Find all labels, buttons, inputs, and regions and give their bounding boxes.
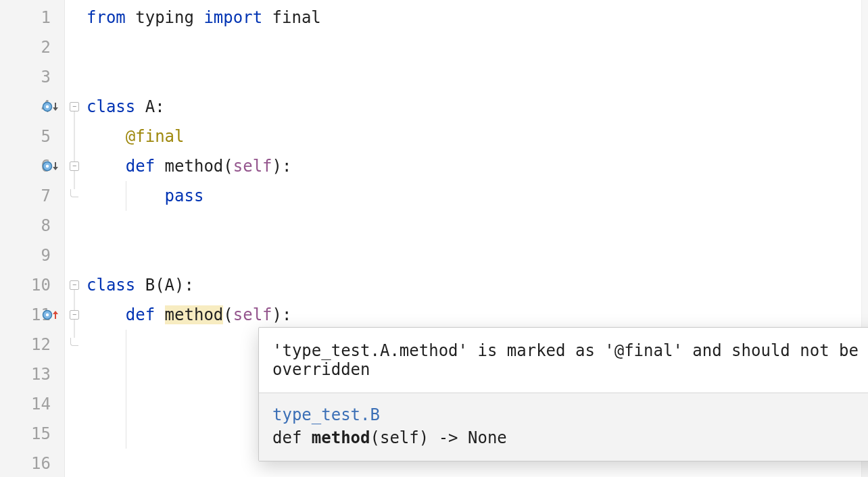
code-line[interactable]: pass bbox=[84, 181, 868, 211]
keyword-class: class bbox=[87, 276, 135, 295]
signature-def: def bbox=[272, 428, 312, 447]
code-line[interactable]: class A: bbox=[84, 92, 868, 122]
gutter-row: 9 bbox=[0, 241, 64, 270]
line-number: 5 bbox=[29, 127, 59, 146]
inspection-message: 'type_test.A.method' is marked as '@fina… bbox=[272, 341, 859, 379]
keyword-class: class bbox=[87, 97, 135, 116]
qualified-name-link[interactable]: type_test.B bbox=[272, 405, 380, 424]
line-number: 3 bbox=[29, 68, 59, 86]
gutter-row: 10 bbox=[0, 270, 64, 300]
line-number: 12 bbox=[29, 335, 59, 354]
function-name: method bbox=[165, 157, 224, 176]
gutter: 1 2 3 4 5 6 7 8 9 10 11 12 13 14 15 bbox=[0, 0, 65, 477]
line-number: 15 bbox=[29, 424, 59, 443]
param-self: self bbox=[233, 305, 272, 324]
line-number: 10 bbox=[29, 276, 59, 295]
code-line[interactable] bbox=[84, 32, 868, 62]
module-name: typing bbox=[135, 8, 194, 27]
keyword-def: def bbox=[126, 157, 155, 176]
line-number: 1 bbox=[29, 8, 59, 27]
keyword-import: import bbox=[203, 8, 262, 27]
fold-toggle-icon[interactable]: − bbox=[70, 310, 79, 320]
line-number: 14 bbox=[29, 395, 59, 413]
line-number: 16 bbox=[29, 454, 59, 473]
gutter-row: 3 bbox=[0, 62, 64, 92]
line-number: 13 bbox=[29, 365, 59, 384]
inherit-down-icon[interactable] bbox=[41, 159, 60, 174]
code-line[interactable]: def method(self): bbox=[84, 151, 868, 181]
gutter-row: 2 bbox=[0, 32, 64, 62]
function-name-warning[interactable]: method bbox=[165, 305, 224, 324]
documentation-row: type_test.B def method(self) -> None bbox=[259, 393, 868, 461]
code-line[interactable]: @final bbox=[84, 122, 868, 151]
line-number: 2 bbox=[29, 38, 59, 57]
override-up-icon[interactable] bbox=[41, 307, 60, 322]
fold-toggle-icon[interactable]: − bbox=[70, 161, 79, 171]
gutter-row: 8 bbox=[0, 211, 64, 241]
colon: : bbox=[155, 97, 164, 116]
fold-toggle-icon[interactable]: − bbox=[70, 102, 79, 111]
gutter-row: 16 bbox=[0, 449, 64, 477]
code-line[interactable] bbox=[84, 62, 868, 92]
imported-name: final bbox=[272, 8, 321, 27]
decorator: @final bbox=[126, 127, 185, 146]
gutter-row: 1 bbox=[0, 3, 64, 32]
gutter-row: 6 bbox=[0, 151, 64, 181]
fold-end-icon bbox=[70, 338, 78, 346]
code-line[interactable] bbox=[84, 241, 868, 270]
keyword-def: def bbox=[126, 305, 155, 324]
keyword-from: from bbox=[87, 8, 126, 27]
keyword-pass: pass bbox=[165, 186, 204, 205]
line-number: 9 bbox=[29, 246, 59, 265]
gutter-row: 12 bbox=[0, 330, 64, 359]
param-self: self bbox=[233, 157, 272, 176]
code-line[interactable]: from typing import final bbox=[84, 3, 868, 32]
base-class: A bbox=[165, 276, 174, 295]
class-name: A bbox=[145, 97, 155, 116]
code-area[interactable]: from typing import final class A: @final… bbox=[84, 0, 868, 477]
fold-toggle-icon[interactable]: − bbox=[70, 280, 79, 290]
gutter-row: 4 bbox=[0, 92, 64, 122]
gutter-row: 5 bbox=[0, 122, 64, 151]
signature-name: method bbox=[312, 428, 370, 447]
class-name: B bbox=[145, 276, 155, 295]
inherit-down-icon[interactable] bbox=[41, 99, 60, 114]
svg-point-3 bbox=[46, 165, 49, 168]
gutter-row: 7 bbox=[0, 181, 64, 211]
gutter-row: 13 bbox=[0, 359, 64, 389]
code-line[interactable]: class B(A): bbox=[84, 270, 868, 300]
svg-point-5 bbox=[46, 313, 49, 316]
gutter-row: 15 bbox=[0, 419, 64, 449]
fold-column: − − − − bbox=[65, 0, 84, 477]
svg-point-1 bbox=[46, 105, 49, 108]
line-number: 7 bbox=[29, 186, 59, 205]
gutter-row: 14 bbox=[0, 389, 64, 419]
line-number: 8 bbox=[29, 216, 59, 235]
code-line[interactable]: def method(self): bbox=[84, 300, 868, 330]
code-line[interactable] bbox=[84, 211, 868, 241]
signature-rest: (self) -> None bbox=[370, 428, 507, 447]
fold-end-icon bbox=[70, 189, 78, 197]
gutter-row: 11 bbox=[0, 300, 64, 330]
code-editor[interactable]: 1 2 3 4 5 6 7 8 9 10 11 12 13 14 15 bbox=[0, 0, 868, 477]
inspection-message-row: 'type_test.A.method' is marked as '@fina… bbox=[259, 328, 868, 393]
inspection-popup: 'type_test.A.method' is marked as '@fina… bbox=[258, 327, 868, 461]
